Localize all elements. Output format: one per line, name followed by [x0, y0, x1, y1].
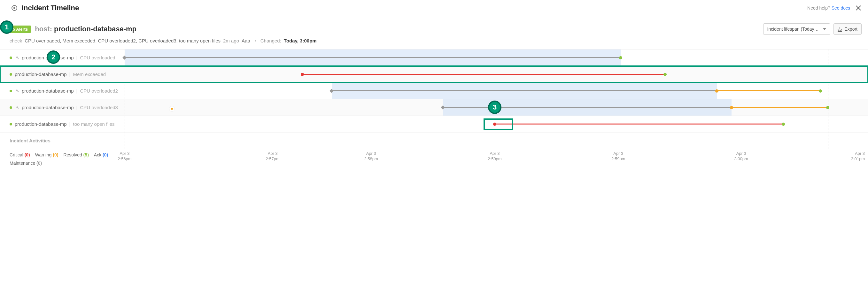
timeline-lane[interactable]: production-database-mp | Mem exceeded — [0, 66, 868, 83]
host-title: host: production-database-mp — [35, 25, 136, 33]
host-label: host: — [35, 25, 52, 33]
export-button[interactable]: Export — [834, 23, 862, 35]
status-dot-icon — [9, 90, 12, 92]
pipe-separator: | — [69, 71, 71, 77]
activity-marker[interactable] — [169, 106, 175, 112]
download-icon — [838, 27, 842, 31]
incident-icon — [11, 5, 17, 11]
lane-label: production-database-mp | CPU overloaded — [0, 55, 125, 60]
lane-check: too many open files — [73, 121, 115, 127]
lane-host: production-database-mp — [15, 71, 67, 77]
segment-end-node — [730, 106, 733, 109]
segment-start-node — [301, 73, 304, 76]
lane-label: production-database-mp | CPU overloaded2 — [0, 88, 125, 94]
pipe-separator: | — [69, 121, 71, 127]
lane-host: production-database-mp — [22, 105, 74, 110]
status-dot-icon — [9, 57, 12, 59]
segment-bar — [302, 74, 665, 75]
pipe-separator: | — [76, 105, 78, 110]
pipe-separator: | — [76, 88, 78, 94]
help-text: Need help? See docs — [807, 5, 850, 10]
legend-resolved: Resolved (5) — [63, 152, 89, 157]
lane-host: production-database-mp — [22, 55, 74, 60]
axis-tick: Apr 33:00pm — [735, 151, 748, 162]
legend-maintenance: Maintenance (0) — [9, 161, 42, 166]
separator-dot — [255, 40, 256, 41]
status-dot-icon — [9, 73, 12, 76]
lane-check: CPU overloaded — [80, 55, 115, 60]
lane-track — [125, 66, 865, 82]
pipe-separator: | — [76, 55, 78, 60]
segment-end-node — [619, 56, 622, 59]
help-link[interactable]: See docs — [832, 5, 850, 10]
lane-check: CPU overloaded3 — [80, 105, 118, 110]
legend-ack: Ack (0) — [94, 152, 108, 157]
close-icon[interactable] — [855, 5, 862, 11]
export-label: Export — [845, 27, 858, 32]
legend-warning: Warning (0) — [35, 152, 59, 157]
age-suffix: Aaa — [242, 38, 250, 43]
changed-value: Today, 3:00pm — [284, 38, 317, 43]
wrench-icon — [15, 55, 19, 60]
lane-check: Mem exceeded — [73, 71, 106, 77]
lane-label: production-database-mp | Mem exceeded — [0, 71, 125, 77]
wrench-icon — [15, 88, 19, 94]
host-name: production-database-mp — [54, 25, 136, 33]
lane-label: production-database-mp | too many open f… — [0, 121, 125, 127]
axis-tick: Apr 32:59pm — [611, 151, 625, 162]
axis-tick: Apr 32:57pm — [266, 151, 280, 162]
help-prefix: Need help? — [807, 5, 832, 10]
segment-end-node — [819, 89, 822, 93]
alerts-badge: 5 Alerts — [9, 26, 31, 33]
status-dot-icon — [9, 106, 12, 109]
changed-label: Changed: — [260, 38, 281, 43]
page-title: Incident Timeline — [22, 4, 79, 12]
segment-start-node — [493, 123, 496, 126]
axis-tick: Apr 32:59pm — [488, 151, 501, 162]
checks-list: CPU overloaded, Mem exceeded, CPU overlo… — [25, 38, 220, 43]
segment-end-node — [782, 123, 785, 126]
lifespan-value: Incident lifespan (Today… — [767, 27, 819, 32]
lane-check: CPU overloaded2 — [80, 88, 118, 94]
status-dot-icon — [9, 123, 12, 126]
lane-host: production-database-mp — [15, 121, 67, 127]
wrench-icon — [15, 105, 19, 110]
lifespan-select[interactable]: Incident lifespan (Today… — [763, 23, 830, 35]
axis-tick: Apr 32:56pm — [118, 151, 131, 162]
axis-tick: Apr 33:01pm — [851, 151, 865, 162]
activities-label: Incident Activities — [9, 138, 51, 143]
lane-label: production-database-mp | CPU overloaded3 — [0, 105, 125, 110]
axis-tick: Apr 32:58pm — [364, 151, 378, 162]
segment-end-node — [715, 89, 718, 93]
legend-critical: Critical (0) — [9, 152, 30, 157]
age-text: 2m ago — [223, 38, 239, 43]
lane-host: production-database-mp — [22, 88, 74, 94]
check-label: check — [9, 38, 22, 43]
segment-end-node — [826, 106, 829, 109]
chevron-down-icon — [823, 28, 826, 30]
segment-end-node — [663, 73, 666, 76]
